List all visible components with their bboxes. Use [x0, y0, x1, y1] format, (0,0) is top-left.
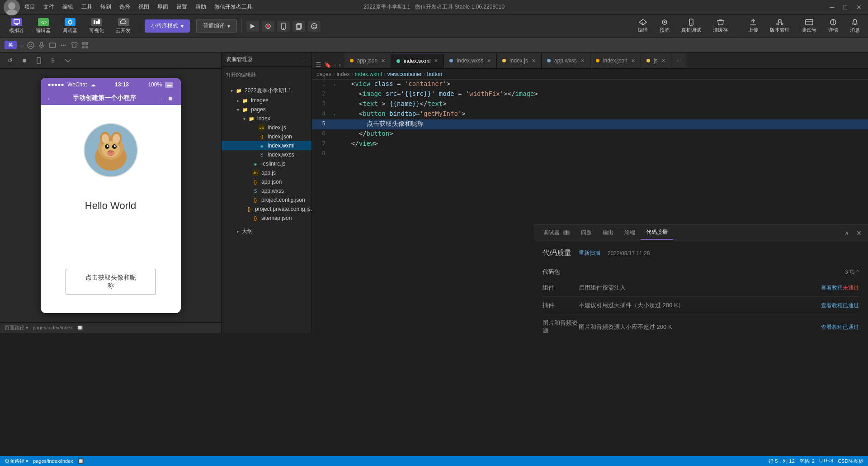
breadcrumb-pages[interactable]: pages	[316, 71, 331, 77]
upload-btn[interactable]: 上传	[745, 17, 762, 35]
images-folder[interactable]: ▸ 📁 images	[222, 96, 311, 105]
input-emoji-icon[interactable]	[27, 41, 35, 49]
maximize-button[interactable]: □	[841, 3, 850, 12]
simulator-btn[interactable]: 模拟器	[5, 16, 28, 36]
tab-bookmark-icon[interactable]: 🔖	[324, 62, 331, 68]
index-wxml-file[interactable]: ◈ index.wxml	[222, 141, 311, 150]
menu-goto[interactable]: 转到	[97, 2, 115, 12]
tab-close-index-wxss[interactable]: ✕	[487, 58, 491, 64]
app-wxss-file[interactable]: S app.wxss	[222, 186, 311, 195]
tab-close-app-wxss[interactable]: ✕	[580, 58, 585, 64]
minimize-button[interactable]: ─	[827, 3, 837, 12]
code-arrow-1[interactable]: ▾	[330, 80, 339, 90]
breadcrumb-file[interactable]: index.wxml	[355, 71, 382, 77]
code-area[interactable]: 1 ▾ <view class = 'container'> 2 <image …	[312, 80, 868, 224]
tab-index-wxss[interactable]: index.wxss ✕	[444, 53, 497, 68]
notify-btn[interactable]: 消息	[846, 17, 863, 35]
row-link-plugin[interactable]: 查看教程	[821, 302, 843, 309]
clearcache-btn[interactable]: 清缓存	[709, 17, 731, 35]
row-link-media[interactable]: 查看教程	[821, 323, 843, 331]
input-mic-icon[interactable]	[38, 41, 46, 49]
pages-folder[interactable]: ▾ 📁 pages	[222, 105, 311, 114]
bottom-tab-quality[interactable]: 代码质量	[641, 226, 673, 240]
test-btn[interactable]: 测试号	[798, 17, 820, 35]
emoji-btn[interactable]	[308, 21, 321, 32]
version-btn[interactable]: 版本管理	[766, 17, 793, 35]
index-json-file[interactable]: {} index.json	[222, 132, 311, 141]
tab-forward-icon[interactable]: ›	[339, 62, 340, 68]
app-js-file[interactable]: JS app.js	[222, 168, 311, 177]
section-count[interactable]: 3 项 ^	[845, 268, 859, 276]
tab-close-index-js[interactable]: ✕	[532, 58, 536, 64]
mode-select[interactable]: 小程序模式 ▾	[145, 19, 190, 33]
breadcrumb-index[interactable]: index	[337, 71, 350, 77]
sim-more[interactable]	[62, 55, 73, 66]
menu-view[interactable]: 视图	[135, 2, 153, 12]
bottom-tab-output[interactable]: 输出	[597, 226, 619, 239]
cloud-btn[interactable]: 云开发	[111, 16, 135, 36]
code-arrow-4[interactable]: ▾	[330, 109, 339, 119]
visualizer-btn[interactable]: 可视化	[85, 16, 108, 36]
outline-section[interactable]: ▸ 大纲	[222, 226, 311, 237]
input-dots-icon[interactable]	[59, 41, 67, 49]
bottom-close-btn[interactable]: ✕	[854, 228, 863, 238]
menu-interface[interactable]: 界面	[154, 2, 172, 12]
index-folder[interactable]: ▾ 📁 index	[222, 114, 311, 123]
sim-copy[interactable]: ⎘	[48, 55, 59, 66]
user-avatar[interactable]	[4, 0, 20, 15]
compile-select[interactable]: 普通编译 ▾	[196, 19, 237, 33]
tab-close-app-json[interactable]: ✕	[381, 58, 385, 64]
quality-rescan-btn[interactable]: 重新扫描	[579, 249, 600, 257]
debugger-btn[interactable]: 调试器	[58, 16, 82, 36]
tab-more[interactable]: ···	[671, 53, 687, 68]
input-shirt-icon[interactable]	[70, 41, 78, 49]
bottom-tab-issues[interactable]: 问题	[576, 226, 597, 239]
menu-file[interactable]: 文件	[40, 2, 58, 12]
sim-record[interactable]: ⏺	[19, 55, 30, 66]
menu-select[interactable]: 选择	[116, 2, 134, 12]
compile-action-btn[interactable]: 编译	[634, 17, 651, 35]
filepanel-more[interactable]: ···	[302, 57, 307, 63]
bottom-tab-debugger[interactable]: 调试器 1	[538, 226, 576, 239]
menu-project[interactable]: 项目	[21, 2, 39, 12]
phone-action-btn[interactable]: 点击获取头像和昵称	[66, 269, 156, 295]
menu-settings[interactable]: 设置	[173, 2, 191, 12]
preview-btn[interactable]: 预览	[656, 17, 673, 35]
index-js-file[interactable]: JS index.js	[222, 123, 311, 132]
tab-close-js[interactable]: ✕	[661, 58, 665, 64]
tab-back-icon[interactable]: ‹	[334, 62, 336, 68]
breadcrumb-button[interactable]: button	[427, 71, 442, 77]
menu-wechat[interactable]: 微信开发者工具	[211, 2, 256, 12]
tab-close-index-wxml[interactable]: ✕	[434, 58, 438, 64]
tab-app-wxss[interactable]: app.wxss ✕	[542, 53, 590, 68]
menu-edit[interactable]: 编辑	[59, 2, 77, 12]
phone-btn[interactable]	[277, 21, 290, 32]
sim-refresh[interactable]: ↺	[5, 55, 15, 66]
sim-phone[interactable]	[33, 55, 44, 66]
row-link-component[interactable]: 查看教程	[821, 284, 843, 292]
detail-btn[interactable]: 详情	[825, 17, 842, 35]
tab-index-wxml[interactable]: index.wxml ✕	[391, 53, 444, 68]
sitemap-file[interactable]: {} sitemap.json	[222, 214, 311, 223]
close-button[interactable]: ✕	[854, 3, 864, 12]
bottom-tab-terminal[interactable]: 终端	[619, 226, 641, 239]
tab-close-index-json[interactable]: ✕	[631, 58, 635, 64]
project-config-file[interactable]: {} project.config.json	[222, 195, 311, 204]
index-wxss-file[interactable]: S index.wxss	[222, 150, 311, 159]
breadcrumb-view[interactable]: view.container	[387, 71, 422, 77]
realdev-btn[interactable]: 真机调试	[678, 17, 705, 35]
editor-btn[interactable]: </> 编辑器	[31, 16, 55, 36]
project-private-file[interactable]: {} project.private.config.js...	[222, 204, 311, 214]
tab-app-json[interactable]: app.json ✕	[344, 53, 391, 68]
app-json-file[interactable]: {} app.json	[222, 177, 311, 186]
copy-btn[interactable]	[292, 21, 305, 32]
menu-help[interactable]: 帮助	[192, 2, 210, 12]
tab-menu-icon[interactable]: ☰	[316, 61, 321, 68]
bottom-collapse-btn[interactable]: ∧	[843, 228, 851, 238]
project-root[interactable]: ▾ 📁 2022夏季小学期1.1	[222, 86, 311, 96]
input-grid-icon[interactable]	[81, 41, 89, 49]
menu-tool[interactable]: 工具	[78, 2, 96, 12]
record-btn[interactable]	[262, 21, 274, 32]
tab-index-js[interactable]: index.js ✕	[497, 53, 542, 68]
tab-index-json[interactable]: index.json ✕	[590, 53, 641, 68]
